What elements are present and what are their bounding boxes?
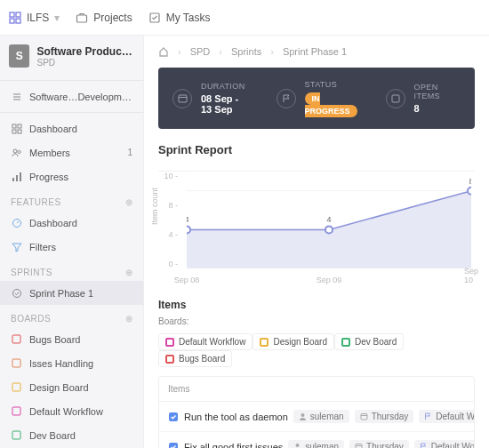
briefcase-icon: [76, 12, 88, 24]
table-row[interactable]: Run the tool as daemonsulemanThursdayDef…: [159, 402, 474, 432]
sidebar-board-dev[interactable]: Dev Board: [0, 423, 143, 447]
board-icon: [11, 333, 22, 345]
sidebar-feature-filters[interactable]: Filters: [0, 235, 143, 259]
svg-rect-4: [77, 15, 87, 22]
sprint-stats: DURATION08 Sep - 13 Sep STATUSIN PROGRES…: [158, 68, 475, 129]
crumb-c: Sprint Phase 1: [283, 46, 347, 57]
svg-rect-0: [10, 12, 14, 17]
section-sprints: SPRINTS ⊕: [0, 259, 143, 281]
svg-text:4: 4: [187, 215, 189, 224]
svg-rect-12: [12, 178, 14, 181]
sprint-icon: [11, 287, 22, 299]
task-icon: [168, 412, 179, 422]
project-header[interactable]: S Software Product D... SPD: [0, 36, 143, 76]
svg-point-28: [468, 188, 471, 195]
svg-rect-17: [12, 335, 20, 343]
workflow-tag[interactable]: Default Workflow - Todo: [414, 440, 474, 448]
board-icon: [11, 405, 22, 417]
dashboard-icon: [11, 123, 22, 134]
svg-rect-19: [12, 383, 20, 391]
board-icon: [11, 381, 22, 393]
sidebar-item-list[interactable]: Software…Development List: [0, 84, 143, 108]
svg-rect-22: [179, 95, 187, 102]
sidebar-item-dashboard[interactable]: Dashboard: [0, 116, 143, 140]
board-chip[interactable]: Bugs Board: [158, 350, 232, 367]
svg-rect-2: [10, 19, 14, 23]
assignee-tag[interactable]: suleman: [293, 410, 349, 423]
svg-rect-8: [12, 130, 16, 133]
boards-filter: Boards: Default WorkflowDesign BoardDev …: [144, 316, 489, 376]
assignee-tag[interactable]: suleman: [288, 440, 344, 448]
svg-point-10: [13, 149, 17, 153]
progress-icon: [11, 171, 22, 182]
plus-icon[interactable]: ⊕: [125, 268, 133, 277]
section-features: FEATURES ⊕: [0, 188, 143, 211]
sprint-chart: 10 -8 -4 -0 -Item count448Sep 08Sep 09Se…: [158, 171, 475, 286]
flag-icon: [277, 89, 296, 108]
svg-rect-32: [361, 414, 367, 420]
svg-rect-13: [16, 175, 18, 181]
sidebar-board-issues[interactable]: Isses Handling: [0, 351, 143, 375]
svg-point-11: [17, 150, 20, 153]
svg-text:8: 8: [469, 177, 471, 186]
row-title: Fix all good first issues: [184, 442, 283, 449]
board-icon: [11, 357, 22, 369]
plus-icon[interactable]: ⊕: [125, 197, 133, 207]
crumb-b[interactable]: Sprints: [231, 46, 261, 57]
chevron-down-icon: ▾: [54, 12, 60, 24]
plus-icon[interactable]: ⊕: [125, 314, 133, 324]
svg-point-26: [325, 226, 333, 233]
sidebar-board-default[interactable]: Default Workflow: [0, 399, 143, 423]
svg-rect-23: [392, 95, 399, 102]
sprint-report-title: Sprint Report: [144, 129, 489, 171]
grid-icon: [9, 12, 21, 24]
checklist-icon: [148, 12, 161, 24]
svg-point-31: [301, 413, 304, 417]
date-tag[interactable]: Thursday: [355, 410, 414, 423]
svg-point-24: [187, 226, 190, 233]
project-subtitle: SPD: [36, 58, 134, 68]
nav-projects-label: Projects: [93, 12, 132, 24]
workspace-switcher[interactable]: ILFS ▾: [9, 12, 60, 24]
sidebar-item-progress[interactable]: Progress: [0, 164, 143, 188]
crumb-a[interactable]: SPD: [190, 46, 211, 57]
breadcrumb: ›SPD ›Sprints ›Sprint Phase 1: [144, 36, 489, 68]
svg-rect-18: [12, 359, 20, 367]
svg-rect-30: [169, 412, 178, 421]
members-icon: [11, 147, 22, 158]
row-title: Run the tool as daemon: [184, 412, 288, 422]
board-chip[interactable]: Default Workflow: [158, 333, 253, 350]
gauge-icon: [11, 217, 22, 228]
status-badge: IN PROGRESS: [305, 92, 357, 117]
nav-mytasks[interactable]: My Tasks: [148, 12, 211, 24]
project-title: Software Product D...: [36, 45, 134, 58]
sidebar-board-bugs[interactable]: Bugs Board: [0, 327, 143, 351]
nav-mytasks-label: My Tasks: [166, 12, 211, 24]
members-count: 1: [127, 148, 132, 157]
sidebar-feature-dashboard[interactable]: Dashboard: [0, 211, 143, 235]
sidebar-item-members[interactable]: Members 1: [0, 140, 143, 164]
open-items-icon: [386, 89, 405, 108]
svg-point-34: [296, 444, 300, 447]
svg-text:4: 4: [326, 215, 331, 224]
board-chip[interactable]: Design Board: [253, 333, 334, 350]
workspace-name: ILFS: [27, 12, 49, 24]
board-chip[interactable]: Dev Board: [334, 333, 404, 350]
filter-icon: [11, 241, 22, 252]
date-tag[interactable]: Thursday: [349, 440, 409, 448]
table-row[interactable]: Fix all good first issuessulemanThursday…: [159, 432, 474, 448]
sidebar-board-design[interactable]: Design Board: [0, 375, 143, 399]
nav-projects[interactable]: Projects: [76, 12, 132, 24]
list-icon: [11, 91, 22, 102]
items-header: Items: [159, 377, 474, 402]
home-icon[interactable]: [158, 46, 169, 57]
svg-rect-1: [16, 12, 20, 17]
svg-rect-9: [18, 130, 21, 133]
svg-rect-3: [16, 19, 20, 23]
open-items-value: 8: [414, 103, 461, 114]
svg-point-16: [12, 289, 20, 297]
sidebar-sprint-phase1[interactable]: Sprint Phase 1: [0, 281, 143, 305]
task-icon: [168, 442, 179, 449]
section-boards: BOARDS ⊕: [0, 305, 143, 327]
workflow-tag[interactable]: Default Workflow - Todo: [419, 410, 474, 423]
